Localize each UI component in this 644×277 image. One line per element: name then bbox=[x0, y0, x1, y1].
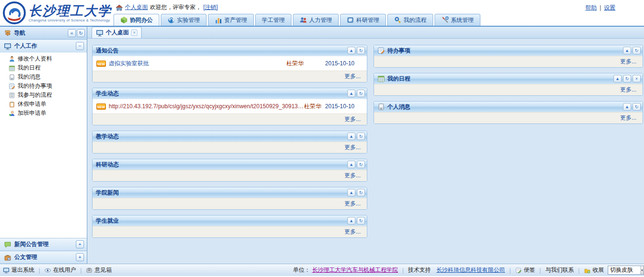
module-tab[interactable]: 实验管理 bbox=[161, 14, 207, 26]
sidebar-item[interactable]: 我参与的流程 bbox=[5, 91, 87, 100]
panel-collapse-button[interactable]: ▲ bbox=[623, 47, 631, 54]
panel-header: 待办事项▲↻ bbox=[374, 45, 643, 56]
sidebar-group-personal[interactable]: 个人工作 − bbox=[0, 40, 87, 52]
logout-link[interactable]: [注销] bbox=[203, 3, 218, 11]
group-collapse-button[interactable]: − bbox=[76, 42, 84, 50]
panel-footer: 更多... bbox=[374, 56, 643, 67]
panel-collapse-button[interactable]: ▲ bbox=[347, 133, 355, 140]
portal-panel: 通知公告▲↻NEW虚拟实验室获批杜荣华2015-10-10更多... bbox=[92, 45, 367, 82]
portal-column-left: 通知公告▲↻NEW虚拟实验室获批杜荣华2015-10-10更多...学生动态▲↻… bbox=[92, 45, 367, 264]
panel-title: 我的日程 bbox=[377, 75, 612, 83]
person-add-icon bbox=[9, 110, 15, 117]
panel-close-button[interactable]: × bbox=[633, 75, 641, 82]
contact-us-button[interactable]: 与我们联系 bbox=[545, 266, 574, 274]
university-emblem-icon bbox=[3, 1, 26, 24]
news-item-link[interactable]: 虚拟实验室获批 bbox=[109, 60, 269, 68]
more-link[interactable]: 更多... bbox=[344, 144, 361, 152]
more-link[interactable]: 更多... bbox=[344, 72, 361, 81]
panel-collapse-button[interactable]: ▲ bbox=[347, 47, 355, 54]
sidebar-item[interactable]: 修改个人资料 bbox=[5, 54, 87, 63]
group-expand-button[interactable]: + bbox=[76, 253, 84, 261]
panel-collapse-button[interactable]: ▲ bbox=[613, 75, 622, 82]
panel-refresh-button[interactable]: ↻ bbox=[357, 217, 365, 225]
panel-refresh-button[interactable]: ↻ bbox=[357, 133, 365, 140]
tab-label: 协同办公 bbox=[130, 16, 153, 24]
settings-link[interactable]: 设置 bbox=[604, 4, 615, 11]
monitor-icon bbox=[96, 29, 104, 37]
sidebar-item[interactable]: 加班申请单 bbox=[5, 109, 87, 118]
panel-refresh-button[interactable]: ↻ bbox=[357, 47, 365, 54]
sidebar-item[interactable]: 休假申请单 bbox=[5, 100, 87, 109]
news-item-row: NEWhttp://210.43.192.7/pub/cslg/jgsz/yxs… bbox=[93, 99, 367, 113]
group-title: 新闻公告管理 bbox=[14, 240, 75, 248]
more-link[interactable]: 更多... bbox=[620, 86, 636, 94]
tab-label: 我的流程 bbox=[404, 16, 426, 24]
news-item-date: 2015-10-10 bbox=[325, 103, 354, 110]
module-tab[interactable]: 资产管理 bbox=[208, 14, 254, 26]
portal-column-right: 待办事项▲↻更多...我的日程▲↻×更多...个人消息▲↻更多... bbox=[374, 45, 643, 264]
unit-link[interactable]: 长沙理工大学汽车与机械工程学院 bbox=[312, 266, 398, 274]
fold-icon bbox=[584, 267, 591, 274]
portal-panel: 学院新闻▲↻更多... bbox=[92, 187, 367, 210]
monitor-icon bbox=[4, 42, 11, 50]
more-link[interactable]: 更多... bbox=[344, 200, 361, 208]
more-link[interactable]: 更多... bbox=[344, 228, 361, 236]
panel-collapse-button[interactable]: ▲ bbox=[347, 90, 355, 97]
module-tab[interactable]: 人力管理 bbox=[293, 14, 339, 26]
news-item-link[interactable]: http://210.43.192.7/pub/cslg/jgsz/yxsz/q… bbox=[109, 103, 304, 110]
breadcrumb-home-link[interactable]: 个人桌面 bbox=[125, 3, 148, 11]
panel-refresh-button[interactable]: ↻ bbox=[633, 103, 641, 111]
footer-button-1[interactable]: 退出系统 bbox=[3, 266, 34, 274]
content-tab-label: 个人桌面 bbox=[106, 29, 129, 37]
more-link[interactable]: 更多... bbox=[620, 114, 636, 122]
module-tab[interactable]: 学工管理 bbox=[255, 14, 291, 26]
panel-collapse-button[interactable]: ▲ bbox=[347, 161, 355, 168]
tab-label: 学工管理 bbox=[262, 16, 285, 24]
nav-header: 导航 « ↻ bbox=[0, 27, 87, 40]
module-tab[interactable]: 系统管理 bbox=[435, 14, 480, 26]
skin-switcher-select[interactable]: 切换皮肤 ▾ bbox=[608, 266, 644, 275]
sidebar-group[interactable]: 新闻公告管理+ bbox=[0, 238, 87, 251]
panel-collapse-button[interactable]: ▲ bbox=[347, 217, 355, 225]
sidebar-item[interactable]: 我的日程 bbox=[5, 63, 87, 72]
sidebar-item-label: 我参与的流程 bbox=[18, 91, 52, 99]
panel-footer: 更多... bbox=[93, 142, 367, 153]
nav-collapse-button[interactable]: « bbox=[68, 29, 76, 37]
fold-toggle-button[interactable]: 收展 bbox=[584, 266, 604, 274]
panel-refresh-button[interactable]: ↻ bbox=[633, 47, 641, 54]
module-tab[interactable]: 我的流程 bbox=[387, 14, 433, 26]
footer-button-2[interactable]: 在线用户 bbox=[44, 266, 76, 274]
close-tab-icon[interactable]: × bbox=[131, 30, 137, 36]
module-tab[interactable]: 科研管理 bbox=[340, 14, 386, 26]
panel-refresh-button[interactable]: ↻ bbox=[357, 90, 365, 97]
help-link[interactable]: 帮助 bbox=[585, 4, 597, 11]
sidebar-tree: 修改个人资料我的日程我的消息我的待办事项我参与的流程休假申请单加班申请单 bbox=[0, 52, 87, 238]
group-expand-button[interactable]: + bbox=[76, 240, 84, 248]
sidebar-group[interactable]: W公文管理+ bbox=[0, 251, 87, 264]
sidebar-item[interactable]: 我的待办事项 bbox=[5, 82, 87, 91]
links-divider: | bbox=[600, 4, 601, 11]
support-link[interactable]: 长沙科琦信息科技有限公司 bbox=[436, 266, 505, 274]
content-tab-desktop[interactable]: 个人桌面 × bbox=[92, 27, 142, 38]
panel-refresh-button[interactable]: ↻ bbox=[357, 161, 365, 168]
sticky-note-button[interactable]: 便签 bbox=[515, 266, 535, 274]
more-link[interactable]: 更多... bbox=[620, 58, 636, 66]
panel-header: 我的日程▲↻× bbox=[374, 73, 643, 84]
nav-refresh-button[interactable]: ↻ bbox=[77, 29, 85, 37]
panel-title: 科研动态 bbox=[96, 161, 346, 169]
more-link[interactable]: 更多... bbox=[344, 115, 361, 123]
navigation-sidebar: 导航 « ↻ 个人工作 − 修改个人资料我的日程我的消息我的待办事项我参与的流程… bbox=[0, 27, 87, 264]
panel-refresh-button[interactable]: ↻ bbox=[623, 75, 631, 82]
panel-collapse-button[interactable]: ▲ bbox=[623, 103, 631, 111]
support-label: 技术支持 bbox=[408, 266, 431, 274]
more-link[interactable]: 更多... bbox=[344, 172, 361, 180]
panel-refresh-button[interactable]: ↻ bbox=[357, 189, 365, 196]
module-tab[interactable]: 协同办公 bbox=[114, 14, 159, 26]
footer-button-3[interactable]: 意见箱 bbox=[86, 266, 112, 274]
sidebar-item[interactable]: 我的消息 bbox=[5, 72, 87, 82]
portal-panel: 待办事项▲↻更多... bbox=[374, 45, 643, 68]
new-badge-icon: NEW bbox=[96, 103, 106, 110]
welcome-text: 欢迎您，评审专家， bbox=[150, 3, 201, 11]
panel-collapse-button[interactable]: ▲ bbox=[347, 189, 355, 196]
panel-title: 学院新闻 bbox=[96, 189, 346, 197]
